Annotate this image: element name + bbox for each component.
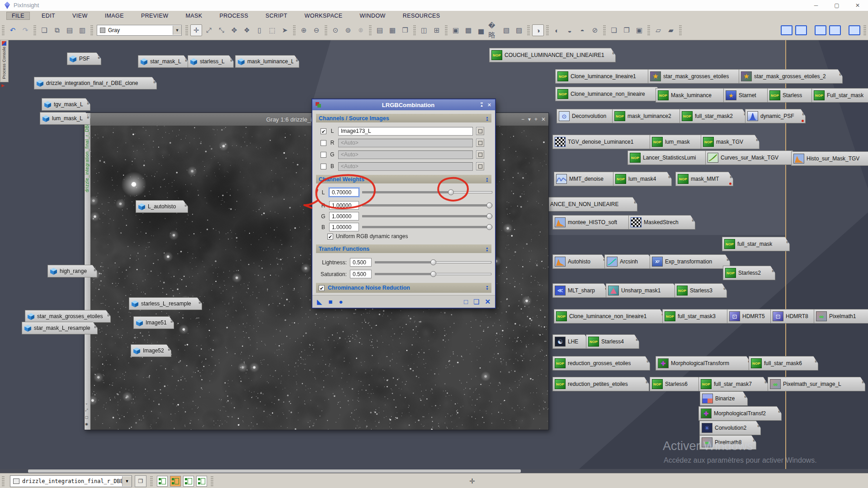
execute-icon[interactable]: ● [339, 298, 343, 305]
process-icon-Clone_luminance_non_lineaire[interactable]: NOPClone_luminance_non_lineaireND [555, 87, 662, 101]
chroma-checkbox[interactable]: ✔ [319, 285, 325, 291]
center-image-icon[interactable]: ❖ [241, 24, 253, 36]
process-icon-Deconvolution[interactable]: ⊙DeconvolutionND [557, 109, 619, 123]
menu-window[interactable]: WINDOW [354, 12, 391, 20]
histogram-icon[interactable]: ▅ [475, 24, 487, 36]
process-icon-drizzle_integration_final_r_DBE_clone[interactable]: drizzle_integration_final_r_DBE_cloneND [34, 77, 157, 89]
workspace-3-monitor-icon[interactable] [815, 25, 826, 35]
stf-reset-icon[interactable]: ◓ [576, 24, 588, 36]
process-icon-Autohisto[interactable]: AutohistoND [552, 254, 607, 269]
process-icon-ANCE_EN_NON_LINEAIRE[interactable]: ANCE_EN_NON_LINEAIREND [548, 197, 637, 211]
process-icon-dynamic_PSF[interactable]: dynamic_PSFND [745, 109, 806, 123]
process-icon-Clone_luminance_non_lineaire1[interactable]: NOPClone_luminance_non_lineaire1ND [554, 309, 665, 324]
menu-process[interactable]: PROCESS [214, 12, 254, 20]
weight-G-field[interactable]: 1.00000 [329, 212, 359, 221]
menu-edit[interactable]: EDIT [36, 12, 61, 20]
process-icon-Exp_transformation[interactable]: XʸExp_transformationND [650, 254, 730, 269]
process-icon-Curves_sur_Mask_TGV[interactable]: Curves_sur_Mask_TGVND [705, 150, 797, 165]
process-icon-star_mask_grosses_etoiles[interactable]: ★star_mask_grosses_etoilesND [648, 69, 745, 84]
reset-icon[interactable]: ✕ [485, 298, 491, 306]
image-zoom-button[interactable]: + [534, 116, 538, 122]
menu-image[interactable]: IMAGE [99, 12, 129, 20]
process-icon-tgv_mask_L[interactable]: tgv_mask_LND [42, 98, 90, 111]
process-icon-Pixelmath_sur_image_L[interactable]: ∞Pixelmath_sur_image_LND [768, 377, 865, 391]
image-shade-button[interactable]: ▾ [528, 116, 531, 122]
process-icon-COUCHE_LUMINANCE_EN_LINEAIRE1[interactable]: NOPCOUCHE_LUMINANCE_EN_LINEAIRE1ND [489, 48, 616, 62]
slider-knob[interactable] [486, 213, 492, 219]
process-icon-Lancer_StatisticsLumi[interactable]: NOPLancer_StatisticsLumiND [627, 150, 712, 165]
zoom-out-icon[interactable]: ⊖ [311, 24, 322, 36]
process-icon-MorphologicalTransform[interactable]: ✚MorphologicalTransformND [656, 356, 751, 371]
new-preview-icon[interactable]: ▯ [254, 24, 265, 36]
zoom-fit-icon[interactable]: ⤢ [203, 24, 215, 36]
process-icon-full_star_mask6[interactable]: NOPfull_star_mask6ND [749, 356, 818, 371]
menu-workspace[interactable]: WORKSPACE [299, 12, 348, 20]
scrollbar-thumb[interactable] [28, 469, 521, 473]
weight-B-slider[interactable] [362, 224, 492, 230]
process-icon-TGV_denoise_Luminance1[interactable]: TGV_denoise_Luminance1ND [552, 135, 656, 149]
process-icon-Unsharp_mask1[interactable]: Unsharp_mask1ND [606, 283, 678, 298]
zoom-optimal-icon[interactable]: ⌾ [355, 24, 367, 36]
channel-R-source-field[interactable]: <Auto> [338, 139, 473, 147]
menu-view[interactable]: VIEW [67, 12, 93, 20]
process-icon-lum_mask4[interactable]: NOPlum_mask4ND [613, 172, 672, 186]
channel-B-checkbox[interactable] [321, 164, 326, 169]
process-icon-Starless6[interactable]: NOPStarless6ND [650, 377, 703, 391]
undo-icon[interactable]: ↶ [7, 24, 19, 36]
collapse-chevron-icon[interactable]: ▲▲ [486, 116, 489, 121]
image-window-tab-icons[interactable]: ⌄⤢▢◉ [85, 401, 89, 426]
mask-invert-icon[interactable]: ▨ [513, 24, 525, 36]
script-editor-icon[interactable]: ▱ [652, 24, 664, 36]
tab-tool-icon[interactable]: ⌄ [85, 401, 89, 405]
menu-preview[interactable]: PREVIEW [136, 12, 174, 20]
readout-mode-icon[interactable]: ✛ [190, 24, 202, 36]
process-icon-starless_L[interactable]: starless_LND [188, 55, 234, 68]
process-icon-MLT_sharp[interactable]: ≪MLT_sharpND [552, 283, 609, 298]
script-run-icon[interactable]: ▰ [665, 24, 677, 36]
saturation-field[interactable]: 0.500 [350, 270, 372, 278]
view-selector-dropdown-arrow[interactable]: ▼ [122, 476, 132, 486]
mask-show-icon[interactable]: �略 [488, 24, 500, 36]
process-icon-Mask_luminance[interactable]: NOPMask_luminanceND [656, 88, 730, 103]
image-info-icon[interactable]: ▣ [450, 24, 462, 36]
workspace-1-monitor-icon[interactable] [781, 25, 793, 35]
weight-G-slider[interactable] [362, 213, 492, 219]
process-icon-Arcsinh[interactable]: ArcsinhND [604, 254, 653, 269]
tab-tool-icon[interactable]: ▢ [85, 415, 89, 419]
collapse-chevron-icon[interactable]: ▲▲ [486, 177, 489, 182]
process-icon-MaskedStrech[interactable]: MaskedStrechND [628, 215, 695, 230]
mask-enable-icon[interactable]: ▧ [500, 24, 512, 36]
menu-resources[interactable]: RESOURCES [397, 12, 446, 20]
process-icon-Pixelmath1[interactable]: ∞Pixelmath1ND [814, 309, 868, 324]
channel-B-select-button[interactable] [476, 162, 484, 170]
process-icon-Clone_luminance_lineaire1[interactable]: NOPClone_luminance_lineaire1ND [555, 69, 655, 84]
zoom-in-icon[interactable]: ⊕ [298, 24, 310, 36]
zoom-selection-icon[interactable]: ⤡ [216, 24, 227, 36]
process-icon-Histo_sur_Mask_TGV[interactable]: Histo_sur_Mask_TGVND [791, 151, 868, 166]
process-icon-full_star_mask2[interactable]: NOPfull_star_mask2ND [679, 109, 747, 123]
workspace-4-monitor-icon[interactable] [829, 25, 841, 35]
weight-B-field[interactable]: 1.00000 [329, 223, 359, 231]
pan-mode-icon[interactable]: ✥ [228, 24, 240, 36]
channel-G-source-field[interactable]: <Auto> [338, 150, 473, 159]
process-icon-star_mask_L_resample[interactable]: star_mask_L_resampleND [22, 322, 98, 334]
uniform-rgb-row[interactable]: ✔ Uniform RGB dynamic ranges [327, 233, 408, 239]
workspace-1-button[interactable] [157, 476, 168, 487]
channel-G-select-button[interactable] [476, 150, 484, 159]
process-icon-lum_mask_L[interactable]: lum_mask_LND [40, 112, 90, 125]
slider-knob[interactable] [430, 259, 436, 265]
readout-crosshair-icon[interactable]: ✛ [469, 477, 475, 485]
process-icon-reduction_petites_etoiles[interactable]: NOPreduction_petites_etoilesND [552, 377, 649, 391]
process-icon-star_mask_L[interactable]: star_mask_LND [138, 55, 189, 68]
process-icon-MMT_denoise[interactable]: MMT_denoiseND [554, 172, 618, 186]
image-close-button[interactable]: ✕ [541, 116, 546, 122]
grid-view-icon[interactable]: ⊞ [431, 24, 443, 36]
process-icon-HDMRT5[interactable]: ⊡HDMRT5ND [727, 309, 777, 324]
tab-tool-icon[interactable]: ◉ [85, 422, 89, 426]
menu-file[interactable]: FILE [6, 12, 30, 20]
process-icon-Starless[interactable]: NOPStarlessND [767, 88, 818, 103]
channel-L-source-field[interactable]: Image173_L [338, 127, 473, 136]
process-icon-Binarize[interactable]: BinarizeND [700, 391, 748, 406]
process-console-icon[interactable]: ▣ [633, 24, 645, 36]
image-minimize-button[interactable]: − [521, 116, 524, 122]
